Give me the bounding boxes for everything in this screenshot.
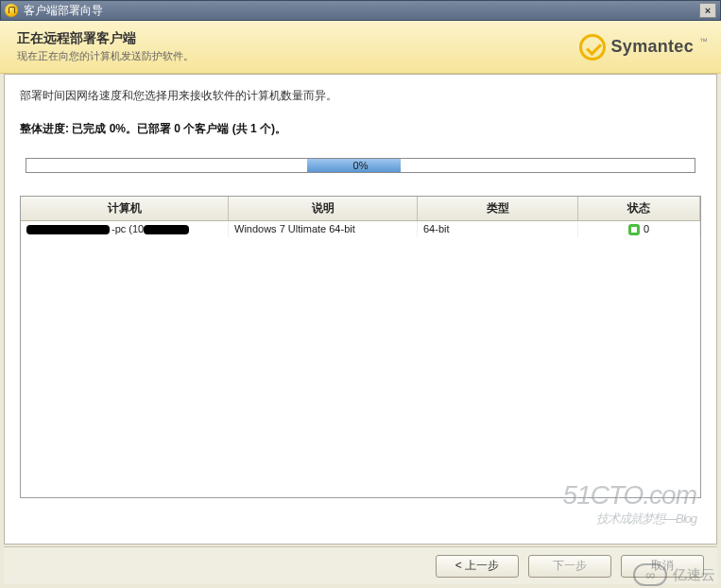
redacted-ip xyxy=(144,225,189,234)
col-type[interactable]: 类型 xyxy=(418,197,578,220)
header-band: 正在远程部署客户端 现在正在向您的计算机发送防护软件。 Symantec ™ xyxy=(0,21,721,74)
footer-bar: < 上一步 下一步 取消 xyxy=(4,546,717,584)
close-icon[interactable]: × xyxy=(699,3,716,18)
table-header: 计算机 说明 类型 状态 xyxy=(21,197,700,221)
brand-name: Symantec xyxy=(611,37,694,57)
redacted-name xyxy=(26,225,110,234)
cell-computer: -pc (10 xyxy=(21,221,229,237)
clients-table: 计算机 说明 类型 状态 -pc (10 Windows 7 Ultimate … xyxy=(20,196,701,498)
window-title: 客户端部署向导 xyxy=(24,3,699,19)
page-title: 正在远程部署客户端 xyxy=(17,30,194,47)
progress-percent: 0% xyxy=(26,159,695,172)
computer-suffix: -pc (10 xyxy=(112,223,144,234)
brand-trademark: ™ xyxy=(699,37,708,46)
page-subtitle: 现在正在向您的计算机发送防护软件。 xyxy=(17,49,194,63)
cancel-button: 取消 xyxy=(621,555,704,578)
table-row[interactable]: -pc (10 Windows 7 Ultimate 64-bit 64-bit… xyxy=(21,221,700,237)
back-button[interactable]: < 上一步 xyxy=(436,555,519,578)
brand-logo: Symantec ™ xyxy=(579,34,708,61)
content-pane: 部署时间因网络速度和您选择用来接收软件的计算机数量而异。 整体进度: 已完成 0… xyxy=(4,74,717,545)
progress-summary: 整体进度: 已完成 0%。已部署 0 个客户端 (共 1 个)。 xyxy=(20,121,701,137)
cell-desc: Windows 7 Ultimate 64-bit xyxy=(229,221,418,237)
titlebar: 客户端部署向导 × xyxy=(0,0,721,21)
cell-type: 64-bit xyxy=(418,221,578,237)
col-status[interactable]: 状态 xyxy=(578,197,700,220)
cell-status: 0 xyxy=(578,221,700,237)
col-desc[interactable]: 说明 xyxy=(229,197,418,220)
deploy-note: 部署时间因网络速度和您选择用来接收软件的计算机数量而异。 xyxy=(20,88,701,104)
table-body[interactable]: -pc (10 Windows 7 Ultimate 64-bit 64-bit… xyxy=(21,221,700,497)
status-icon xyxy=(628,224,640,235)
progress-bar: 0% xyxy=(26,158,695,173)
checkmark-icon xyxy=(579,34,606,61)
shield-icon xyxy=(5,4,18,17)
next-button: 下一步 xyxy=(528,555,611,578)
col-computer[interactable]: 计算机 xyxy=(21,197,229,220)
header-text: 正在远程部署客户端 现在正在向您的计算机发送防护软件。 xyxy=(17,30,194,63)
status-value: 0 xyxy=(644,223,649,234)
